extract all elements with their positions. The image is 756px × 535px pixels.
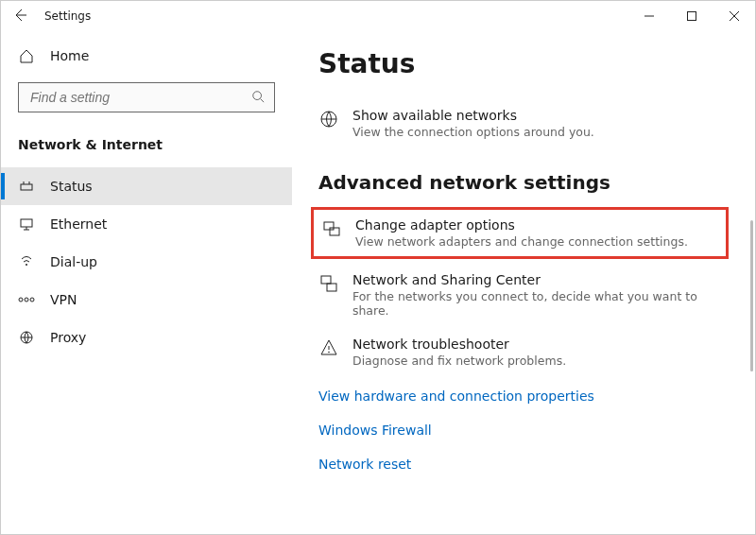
option-troubleshooter[interactable]: Network troubleshooter Diagnose and fix … <box>318 329 736 379</box>
search-icon <box>251 90 265 106</box>
sidebar-item-label: Status <box>50 179 93 194</box>
scrollbar-thumb[interactable] <box>750 220 753 371</box>
svg-rect-11 <box>330 228 339 235</box>
svg-rect-13 <box>327 284 336 291</box>
page-title: Status <box>318 48 736 79</box>
svg-rect-10 <box>324 222 334 230</box>
close-button[interactable] <box>713 1 755 31</box>
section-heading-advanced: Advanced network settings <box>318 171 736 194</box>
ethernet-icon <box>18 216 35 232</box>
adapter-icon <box>321 217 342 238</box>
window-title: Settings <box>44 9 91 23</box>
option-title: Network troubleshooter <box>352 337 566 352</box>
sidebar-item-label: Ethernet <box>50 216 107 232</box>
svg-rect-12 <box>321 276 331 284</box>
sidebar: Home Network & Internet Status Ethernet <box>1 31 292 534</box>
warning-icon <box>318 337 339 357</box>
option-change-adapter[interactable]: Change adapter options View network adap… <box>321 217 718 249</box>
vpn-icon <box>18 294 35 305</box>
main-content: Status Show available networks View the … <box>292 31 755 534</box>
dialup-icon <box>18 254 35 269</box>
highlight-box: Change adapter options View network adap… <box>311 207 729 259</box>
option-sharing-center[interactable]: Network and Sharing Center For the netwo… <box>318 265 736 329</box>
sidebar-item-label: Dial-up <box>50 254 97 269</box>
svg-rect-3 <box>21 219 32 227</box>
svg-point-1 <box>253 91 262 99</box>
minimize-button[interactable] <box>627 1 670 31</box>
sharing-icon <box>318 272 339 293</box>
option-title: Show available networks <box>352 108 594 123</box>
option-desc: For the networks you connect to, decide … <box>352 289 736 318</box>
sidebar-item-status[interactable]: Status <box>1 167 292 205</box>
maximize-button[interactable] <box>670 1 713 31</box>
svg-point-6 <box>25 298 28 302</box>
option-desc: View network adapters and change connect… <box>355 234 688 249</box>
option-title: Change adapter options <box>355 217 688 233</box>
sidebar-item-label: Proxy <box>50 330 86 345</box>
svg-rect-2 <box>21 184 32 190</box>
status-icon <box>18 179 35 194</box>
svg-point-4 <box>26 264 27 266</box>
link-windows-firewall[interactable]: Windows Firewall <box>318 413 736 447</box>
sidebar-item-label: VPN <box>50 292 77 307</box>
globe-icon <box>318 108 339 129</box>
sidebar-home[interactable]: Home <box>1 41 292 71</box>
proxy-icon <box>18 330 35 345</box>
sidebar-item-dialup[interactable]: Dial-up <box>1 243 292 281</box>
sidebar-item-vpn[interactable]: VPN <box>1 281 292 319</box>
search-input[interactable] <box>28 89 251 106</box>
link-hardware-properties[interactable]: View hardware and connection properties <box>318 379 736 413</box>
option-desc: Diagnose and fix network problems. <box>352 354 566 368</box>
option-title: Network and Sharing Center <box>352 272 736 287</box>
sidebar-home-label: Home <box>50 48 89 63</box>
sidebar-item-ethernet[interactable]: Ethernet <box>1 205 292 243</box>
back-arrow-icon[interactable] <box>12 8 27 26</box>
link-network-reset[interactable]: Network reset <box>318 447 736 481</box>
svg-point-5 <box>19 298 23 302</box>
svg-point-7 <box>30 298 34 302</box>
svg-rect-0 <box>687 12 696 21</box>
search-box[interactable] <box>18 82 275 112</box>
option-show-networks[interactable]: Show available networks View the connect… <box>318 100 736 150</box>
home-icon <box>18 48 35 63</box>
sidebar-item-proxy[interactable]: Proxy <box>1 319 292 356</box>
sidebar-category: Network & Internet <box>1 126 292 167</box>
svg-point-14 <box>328 352 330 354</box>
option-desc: View the connection options around you. <box>352 125 594 139</box>
titlebar: Settings <box>1 1 755 31</box>
